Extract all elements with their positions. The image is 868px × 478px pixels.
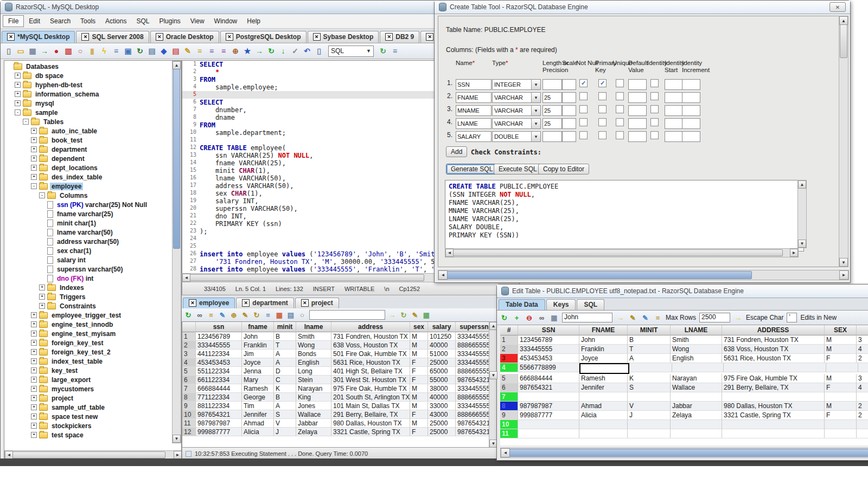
data-cell[interactable]: M <box>825 335 857 345</box>
default-value-input[interactable] <box>628 105 647 116</box>
data-cell[interactable] <box>629 363 672 372</box>
data-cell[interactable] <box>671 429 722 438</box>
tree-item-mycustomers[interactable]: +mycustomers <box>7 384 181 393</box>
close-tab-icon[interactable]: ✕ <box>81 33 89 41</box>
row-number-cell[interactable]: 6 <box>182 376 196 384</box>
dialog-vertical-scrollbar[interactable]: ▲ ▼ <box>839 16 848 267</box>
close-tab-icon[interactable]: ✕ <box>426 33 433 41</box>
row-number-cell[interactable]: 7 <box>500 392 518 402</box>
close-tab-icon[interactable]: ✕ <box>301 299 309 307</box>
default-value-input[interactable] <box>628 92 647 103</box>
data-cell[interactable]: F <box>825 383 857 392</box>
data-cell[interactable]: 25000 <box>428 419 456 428</box>
row-number-cell[interactable]: 3 <box>500 354 518 363</box>
tree-item-employee-trigger-test[interactable]: +employee_trigger_test <box>7 311 181 320</box>
column-header-sex[interactable]: sex <box>410 322 428 332</box>
column-header-salary[interactable]: salary <box>428 322 456 332</box>
data-cell[interactable]: S <box>274 410 296 419</box>
identity-checkbox[interactable] <box>650 79 659 87</box>
data-cell[interactable]: J <box>274 428 296 436</box>
data-cell[interactable] <box>858 363 868 372</box>
row-number-cell[interactable]: 4 <box>182 358 196 367</box>
column-header-minit[interactable]: minit <box>274 322 296 332</box>
copy-icon[interactable]: ▤ <box>286 311 295 319</box>
data-cell[interactable]: 888665555 <box>456 341 489 350</box>
data-cell[interactable]: 888665555 <box>456 367 489 376</box>
tree-item-foreign-key-test[interactable]: +foreign_key_test <box>7 338 181 347</box>
data-cell[interactable] <box>825 420 857 429</box>
data-cell[interactable]: F <box>410 428 428 436</box>
row-number-cell[interactable]: 4 <box>500 363 518 372</box>
tree-item-triggers[interactable]: +Triggers <box>7 292 181 301</box>
data-cell[interactable]: Jabbar <box>296 419 331 428</box>
data-cell[interactable]: 3321 Castle, Spring TX <box>331 428 410 436</box>
search-document-icon[interactable]: ▣ <box>123 46 133 56</box>
scale-input[interactable] <box>562 131 576 142</box>
data-cell[interactable]: A <box>274 358 296 367</box>
tree-item-department[interactable]: +department <box>7 145 181 154</box>
data-cell[interactable]: 3 <box>857 374 868 383</box>
sql-preview-horizontal-scrollbar[interactable]: ◄ ► <box>445 248 799 257</box>
edit-results-icon[interactable]: ✎ <box>411 311 419 319</box>
menu-plugins[interactable]: Plugins <box>154 16 185 27</box>
connection-tab-sybase-desktop[interactable]: ✕Sybase Desktop <box>308 31 379 43</box>
data-cell[interactable]: Smith <box>671 335 722 345</box>
data-cell[interactable]: 333445555 <box>456 384 489 393</box>
column-header-blank[interactable] <box>857 325 868 335</box>
data-cell[interactable]: 888666555 <box>456 410 489 419</box>
expander-plus-icon[interactable]: + <box>31 128 37 134</box>
data-cell[interactable]: A <box>628 354 671 363</box>
column-name-input[interactable]: MNAME <box>456 105 492 116</box>
expander-plus-icon[interactable]: + <box>39 285 45 290</box>
tree-item-index-test-table[interactable]: +index_test_table <box>7 357 181 366</box>
max-rows-input[interactable]: 2500 <box>699 313 730 322</box>
row-number-cell[interactable]: 5 <box>182 367 196 376</box>
data-cell[interactable]: B <box>628 335 671 345</box>
close-icon[interactable]: ✕ <box>829 2 846 12</box>
data-cell[interactable]: T <box>628 345 671 354</box>
data-cell[interactable]: F <box>825 354 857 363</box>
expander-plus-icon[interactable]: + <box>15 82 21 88</box>
expander-plus-icon[interactable]: + <box>31 377 37 383</box>
data-cell[interactable]: 301 West St. Houston TX <box>331 376 410 384</box>
data-cell[interactable] <box>722 429 825 438</box>
unique-checkbox[interactable] <box>616 118 624 126</box>
generated-sql-preview[interactable]: CREATE TABLE PUBLIC.EMPLOYEE(SSN INTEGER… <box>445 180 804 251</box>
data-cell[interactable]: J <box>628 411 671 420</box>
data-cell[interactable]: M <box>410 350 428 358</box>
statement-type-dropdown[interactable]: SQL▼ <box>328 46 374 57</box>
primary-key-checkbox[interactable] <box>598 92 607 100</box>
default-value-input[interactable] <box>628 79 647 90</box>
identity-increment-input[interactable] <box>682 79 700 90</box>
column-type-select[interactable]: VARCHAR▼ <box>492 92 541 103</box>
tree-item-fname-varchar-25-[interactable]: fname varchar(25) <box>7 209 181 218</box>
sql-preview-vertical-scrollbar[interactable]: ▲ ▼ <box>797 180 807 248</box>
data-cell[interactable] <box>671 392 722 402</box>
column-header-FNAME[interactable]: FNAME <box>579 325 628 335</box>
new-document-icon[interactable]: ▯ <box>4 46 14 56</box>
row-number-cell[interactable]: 6 <box>500 383 518 392</box>
filter-icon[interactable]: ≡ <box>653 313 662 322</box>
filter-icon[interactable]: ≡ <box>207 311 215 319</box>
data-cell[interactable]: Wallace <box>671 383 722 392</box>
data-cell[interactable]: 4 <box>857 345 868 354</box>
tree-item-stockpickers[interactable]: +stockpickers <box>7 421 181 430</box>
data-cell[interactable]: 980 Dallas, Houston TX <box>331 419 410 428</box>
tree-item-employee[interactable]: -employee <box>7 182 181 191</box>
row-number-cell[interactable]: 10 <box>182 410 196 419</box>
expander-plus-icon[interactable]: + <box>31 349 37 355</box>
column-header-ssn[interactable]: ssn <box>196 322 242 332</box>
data-cell[interactable] <box>825 429 857 438</box>
close-tab-icon[interactable]: ✕ <box>189 299 196 307</box>
row-number-cell[interactable]: 7 <box>182 384 196 393</box>
close-tab-icon[interactable]: ✕ <box>156 33 163 41</box>
save-icon[interactable]: ▦ <box>550 313 559 322</box>
data-cell[interactable] <box>579 363 629 374</box>
data-cell[interactable]: Jennifer <box>579 383 628 392</box>
data-cell[interactable]: 666884444 <box>518 374 579 383</box>
expander-plus-icon[interactable]: + <box>31 156 37 162</box>
sql-tools-icon[interactable]: ↻ <box>378 46 388 56</box>
data-cell[interactable]: 40000 <box>428 341 456 350</box>
data-cell[interactable] <box>857 429 868 438</box>
identity-start-input[interactable] <box>665 118 683 129</box>
